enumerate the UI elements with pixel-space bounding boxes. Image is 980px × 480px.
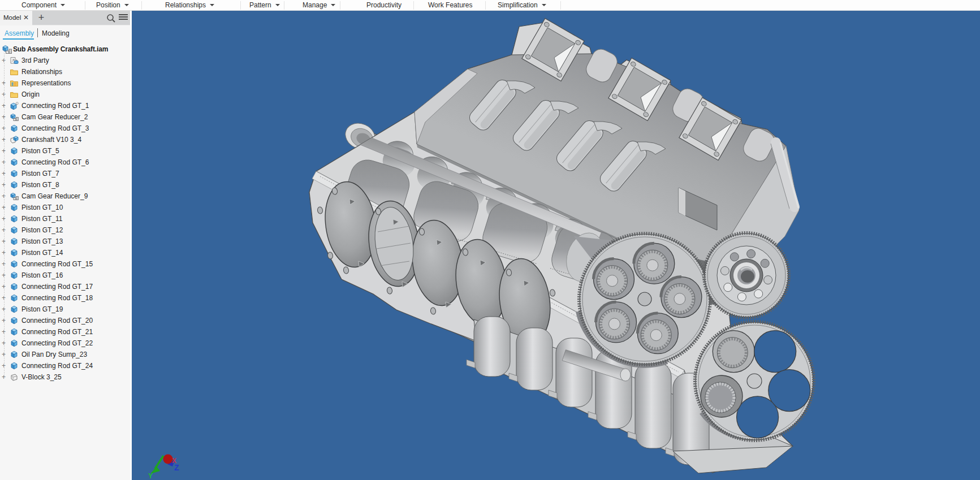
svg-text:X: X [172,457,176,465]
svg-text:Y: Y [148,472,153,480]
